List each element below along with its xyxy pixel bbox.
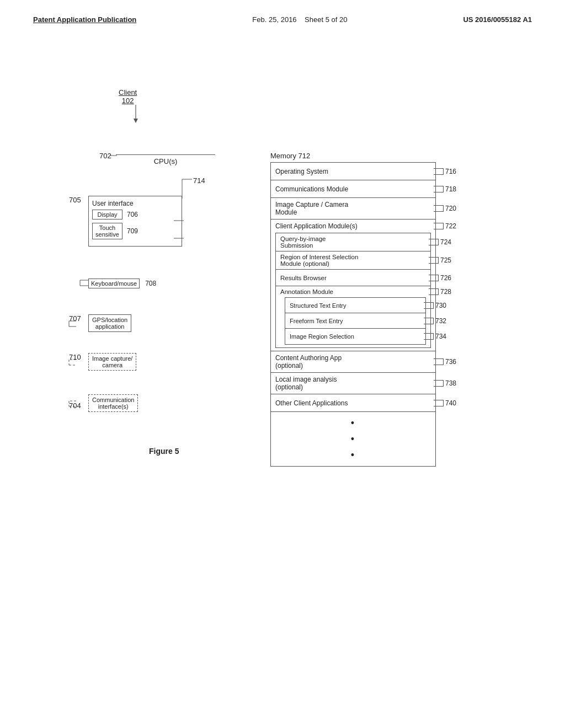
imgcap-row: Image capture/camera bbox=[88, 353, 136, 371]
memory-row-imgcap: Image Capture / CameraModule 720 bbox=[271, 198, 435, 220]
label-714: 714 bbox=[193, 176, 205, 185]
imgcap-text: Image Capture / CameraModule bbox=[271, 198, 435, 219]
imgcap-num: 710 bbox=[69, 353, 81, 361]
roi-text: Region of Interest SelectionModule (opti… bbox=[276, 251, 430, 269]
fte-text: Freeform Text Entry bbox=[285, 313, 425, 328]
annotation-row-fte: Freeform Text Entry 732 bbox=[285, 313, 425, 329]
comm-text: Communications Module bbox=[271, 180, 435, 197]
display-num: 706 bbox=[127, 211, 138, 218]
touch-num: 709 bbox=[127, 227, 138, 235]
touch-label: Touchsensitive bbox=[92, 223, 122, 239]
memory-row-os: Operating System 716 bbox=[271, 163, 435, 180]
memory-label: Memory 712 bbox=[270, 152, 436, 160]
keyboard-row: Keyboard/mouse 708 bbox=[88, 279, 156, 288]
other-text: Other Client Applications bbox=[271, 394, 435, 411]
memory-section: Memory 712 Operating System 716 Communic… bbox=[270, 152, 436, 467]
figure-label: Figure 5 bbox=[149, 447, 179, 456]
annotation-sub: Structured Text Entry 730 Freeform Text … bbox=[285, 297, 426, 345]
ste-num: 730 bbox=[424, 302, 446, 309]
memory-row-local: Local image analysis(optional) 738 bbox=[271, 373, 435, 394]
gps-box: GPS/locationapplication bbox=[88, 314, 131, 332]
irs-num: 734 bbox=[424, 333, 446, 340]
memory-outer-box: Operating System 716 Communications Modu… bbox=[270, 162, 436, 467]
label-705: 705 bbox=[69, 196, 81, 204]
gps-num: 707 bbox=[69, 314, 81, 323]
annotation-row-ste: Structured Text Entry 730 bbox=[285, 298, 425, 313]
other-num: 740 bbox=[434, 399, 456, 407]
diagram: Client 102 702 CPU(s) 714 705 User inter… bbox=[33, 88, 530, 640]
fte-num: 732 bbox=[424, 317, 446, 325]
query-num: 724 bbox=[429, 238, 451, 246]
comm-module-num: 718 bbox=[434, 185, 456, 193]
display-label: Display bbox=[92, 210, 122, 220]
local-num: 738 bbox=[434, 379, 456, 387]
memory-row-clientapp: Client Application Module(s) 722 Query-b… bbox=[271, 220, 435, 351]
annotation-num: 728 bbox=[429, 288, 451, 296]
svg-marker-1 bbox=[134, 119, 138, 123]
os-text: Operating System bbox=[271, 163, 435, 180]
header-center: Feb. 25, 2016 Sheet 5 of 20 bbox=[252, 15, 347, 24]
client-app-row-results: Results Browser 726 bbox=[276, 270, 430, 286]
clientapp-num: 722 bbox=[434, 222, 456, 230]
client-label: Client 102 bbox=[119, 88, 137, 105]
touch-row: Touchsensitive 709 bbox=[92, 223, 178, 239]
imgcap-module-num: 720 bbox=[434, 205, 456, 212]
annotation-row-irs: Image Region Selection 734 bbox=[285, 329, 425, 344]
annotation-text: Annotation Module bbox=[276, 286, 430, 297]
results-text: Results Browser bbox=[276, 270, 430, 286]
results-num: 726 bbox=[429, 274, 451, 282]
memory-row-comm: Communications Module 718 bbox=[271, 180, 435, 198]
dots-row: ••• bbox=[271, 412, 435, 466]
comm-box: Communicationinterface(s) bbox=[88, 394, 138, 412]
header-left: Patent Application Publication bbox=[33, 15, 136, 24]
imgcap-box: Image capture/camera bbox=[88, 353, 136, 371]
client-app-sub: Query-by-imageSubmission 724 Region of I… bbox=[275, 233, 431, 348]
client-app-row-query: Query-by-imageSubmission 724 bbox=[276, 233, 430, 251]
content-num: 736 bbox=[434, 358, 456, 366]
roi-num: 725 bbox=[429, 256, 451, 264]
memory-row-other: Other Client Applications 740 bbox=[271, 394, 435, 412]
gps-row: GPS/locationapplication bbox=[88, 314, 131, 332]
client-app-row-annotation: Annotation Module 728 Structured Text En… bbox=[276, 286, 430, 347]
ste-text: Structured Text Entry bbox=[285, 298, 425, 313]
memory-row-content: Content Authoring App(optional) 736 bbox=[271, 351, 435, 373]
label-702: 702 bbox=[99, 152, 111, 160]
query-text: Query-by-imageSubmission bbox=[276, 233, 430, 251]
ui-box: User interface Display 706 Touchsensitiv… bbox=[88, 196, 182, 247]
ui-title: User interface bbox=[92, 200, 178, 207]
cpu-box: CPU(s) bbox=[116, 154, 215, 165]
keyboard-num: 708 bbox=[145, 280, 156, 287]
keyboard-box: Keyboard/mouse bbox=[88, 279, 140, 288]
comm-num: 704 bbox=[69, 402, 81, 410]
clientapp-text: Client Application Module(s) bbox=[271, 220, 435, 233]
irs-text: Image Region Selection bbox=[285, 329, 425, 344]
comm-row: Communicationinterface(s) bbox=[88, 394, 138, 412]
header-right: US 2016/0055182 A1 bbox=[463, 15, 532, 24]
client-app-row-roi: Region of Interest SelectionModule (opti… bbox=[276, 251, 430, 270]
content-text: Content Authoring App(optional) bbox=[271, 351, 435, 372]
os-num: 716 bbox=[434, 168, 456, 175]
local-text: Local image analysis(optional) bbox=[271, 373, 435, 394]
display-row: Display 706 bbox=[92, 210, 178, 220]
